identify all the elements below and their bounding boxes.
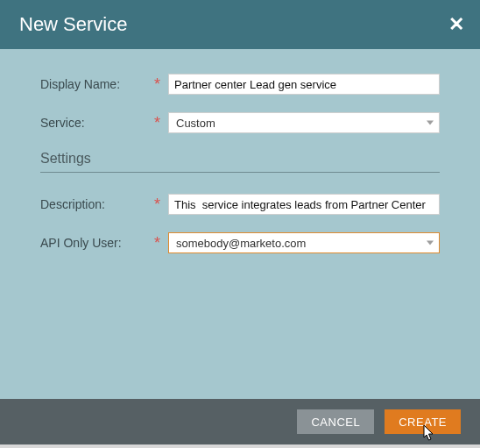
chevron-down-icon xyxy=(427,241,434,245)
required-marker: * xyxy=(154,237,166,249)
api-only-user-label: API Only User: xyxy=(40,236,154,250)
display-name-input[interactable] xyxy=(168,74,440,95)
chevron-down-icon xyxy=(427,121,434,125)
row-service: Service: * Custom xyxy=(40,112,440,133)
close-icon[interactable]: ✕ xyxy=(448,15,464,34)
settings-heading: Settings xyxy=(40,151,440,173)
new-service-dialog: New Service ✕ Display Name: * Service: *… xyxy=(0,0,480,448)
required-marker: * xyxy=(154,198,166,210)
description-input[interactable] xyxy=(168,194,440,215)
dialog-body: Display Name: * Service: * Custom Settin… xyxy=(0,49,480,399)
create-button[interactable]: CREATE xyxy=(385,409,461,434)
bottom-strip xyxy=(0,444,480,448)
cancel-button[interactable]: CANCEL xyxy=(297,409,374,434)
row-api-only-user: API Only User: * somebody@marketo.com xyxy=(40,232,440,253)
row-display-name: Display Name: * xyxy=(40,74,440,95)
dialog-titlebar: New Service ✕ xyxy=(0,0,480,49)
required-marker: * xyxy=(154,78,166,90)
api-only-user-select[interactable]: somebody@marketo.com xyxy=(168,232,440,253)
service-label: Service: xyxy=(40,116,154,130)
required-marker: * xyxy=(154,117,166,129)
dialog-footer: CANCEL CREATE xyxy=(0,399,480,444)
display-name-label: Display Name: xyxy=(40,77,154,91)
row-description: Description: * xyxy=(40,194,440,215)
api-only-user-select-value: somebody@marketo.com xyxy=(176,237,306,250)
dialog-title: New Service xyxy=(19,13,127,36)
service-select-value: Custom xyxy=(176,117,215,130)
description-label: Description: xyxy=(40,197,154,211)
service-select[interactable]: Custom xyxy=(168,112,440,133)
